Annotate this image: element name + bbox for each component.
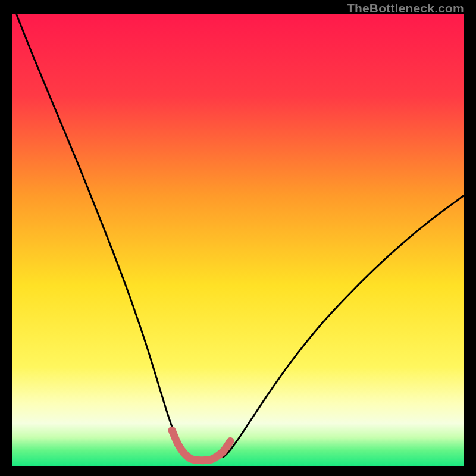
chart-frame: TheBottleneck.com — [0, 0, 476, 476]
plot-area — [12, 14, 464, 466]
series-right-curve — [222, 195, 464, 458]
watermark-text: TheBottleneck.com — [347, 1, 464, 15]
chart-curves — [12, 14, 464, 466]
series-left-curve — [17, 14, 191, 458]
series-dip-highlight — [172, 430, 230, 460]
